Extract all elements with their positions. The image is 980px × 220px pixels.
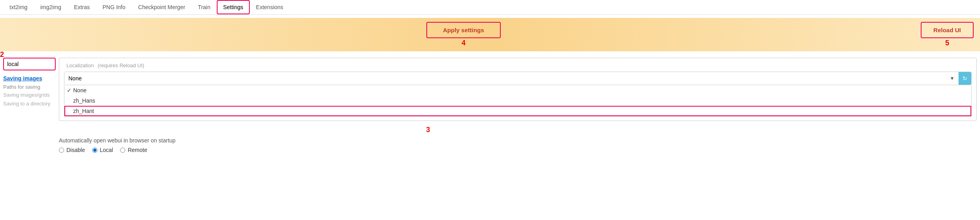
apply-settings-button[interactable]: Apply settings bbox=[426, 22, 501, 38]
sidebar-search-input[interactable] bbox=[3, 58, 56, 70]
sidebar-item-saving-to-directory[interactable]: Saving to a directory bbox=[3, 100, 56, 107]
radio-disable[interactable]: Disable bbox=[59, 147, 85, 153]
radio-remote[interactable]: Remote bbox=[120, 147, 147, 153]
top-nav: txt2img img2img Extras PNG Info Checkpoi… bbox=[0, 0, 980, 15]
nav-settings[interactable]: Settings bbox=[217, 0, 250, 14]
nav-train[interactable]: Train bbox=[192, 0, 217, 14]
reload-ui-button[interactable]: Reload UI bbox=[921, 22, 974, 38]
sidebar: Saving images Paths for saving Saving im… bbox=[3, 58, 59, 156]
radio-local-input[interactable] bbox=[92, 148, 97, 153]
nav-img2img[interactable]: img2img bbox=[34, 0, 68, 14]
localization-subtext: (requires Reload UI) bbox=[98, 62, 144, 68]
radio-disable-input[interactable] bbox=[59, 148, 64, 153]
nav-checkpoint-merger[interactable]: Checkpoint Merger bbox=[132, 0, 191, 14]
dropdown-arrow-icon[interactable]: ▼ bbox=[947, 72, 957, 84]
startup-section: Automatically open webui in browser on s… bbox=[59, 134, 977, 156]
annotation-5: 5 bbox=[945, 39, 949, 47]
localization-title: Localization bbox=[66, 62, 94, 68]
localization-refresh-button[interactable]: ↻ bbox=[959, 72, 971, 85]
content-panel: Localization (requires Reload UI) ▼ ↻ No… bbox=[59, 58, 977, 156]
dropdown-option-none[interactable]: None bbox=[64, 85, 971, 95]
radio-remote-input[interactable] bbox=[120, 148, 125, 153]
localization-dropdown-list: None zh_Hans zh_Hant bbox=[64, 85, 972, 117]
radio-local-label: Local bbox=[100, 147, 113, 153]
dropdown-option-zh-hans[interactable]: zh_Hans bbox=[64, 95, 971, 106]
annotation-3: 3 bbox=[426, 126, 430, 134]
localization-header: Localization (requires Reload UI) bbox=[64, 62, 972, 68]
annotation-2: 2 bbox=[0, 51, 4, 59]
startup-label: Automatically open webui in browser on s… bbox=[59, 137, 977, 144]
localization-input[interactable] bbox=[64, 72, 946, 85]
radio-local[interactable]: Local bbox=[92, 147, 113, 153]
sidebar-item-saving-images-grids[interactable]: Saving images/grids bbox=[3, 92, 56, 99]
main-content: 2 Saving images Paths for saving Saving … bbox=[0, 55, 980, 160]
dropdown-option-zh-hant[interactable]: zh_Hant bbox=[64, 106, 971, 116]
nav-txt2img[interactable]: txt2img bbox=[3, 0, 34, 14]
radio-group: Disable Local Remote bbox=[59, 147, 977, 153]
nav-extras[interactable]: Extras bbox=[68, 0, 96, 14]
apply-bar: Apply settings 4 Reload UI 5 bbox=[0, 18, 980, 51]
radio-disable-label: Disable bbox=[66, 147, 85, 153]
nav-extensions[interactable]: Extensions bbox=[250, 0, 290, 14]
localization-section: Localization (requires Reload UI) ▼ ↻ No… bbox=[59, 58, 977, 121]
annotation-4: 4 bbox=[461, 39, 465, 47]
reload-section: Reload UI 5 bbox=[921, 22, 974, 47]
localization-dropdown-row: ▼ ↻ bbox=[64, 72, 972, 85]
apply-section: Apply settings 4 bbox=[6, 22, 921, 47]
sidebar-item-saving-images[interactable]: Saving images bbox=[3, 75, 56, 82]
nav-png-info[interactable]: PNG Info bbox=[96, 0, 132, 14]
radio-remote-label: Remote bbox=[128, 147, 147, 153]
sidebar-item-paths-for-saving[interactable]: Paths for saving bbox=[3, 84, 56, 90]
